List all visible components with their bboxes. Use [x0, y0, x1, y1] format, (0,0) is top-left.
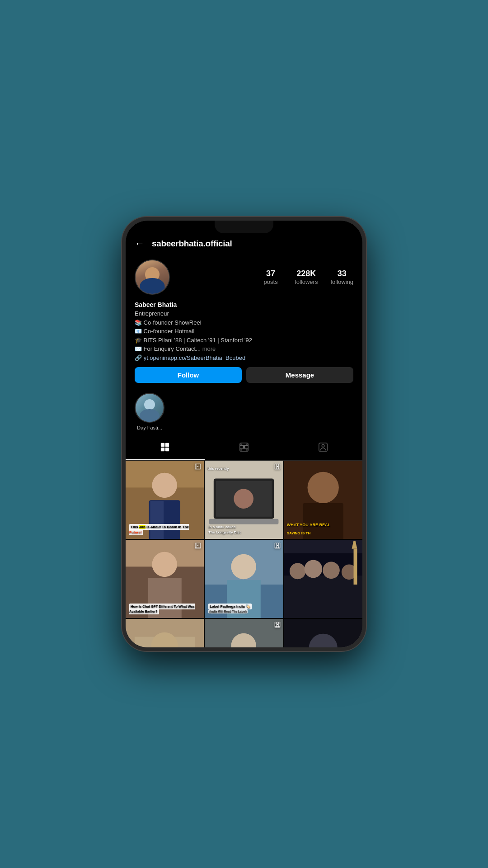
grid-item-3[interactable]: How Is Chat GPT Different To What Was Av…: [126, 540, 204, 618]
bio-link[interactable]: 🔗 yt.openinapp.co/SabeerBhatia_Bcubed: [135, 354, 353, 362]
svg-rect-3: [165, 447, 169, 451]
bio-line-3: 📧 Co-founder Hotmail: [135, 327, 353, 336]
grid-item-5[interactable]: [284, 540, 362, 618]
highlight-label-0: Day Fasti...: [137, 425, 162, 430]
following-count: 33: [330, 269, 353, 278]
grid-bg-5: [284, 540, 362, 618]
grid-item-7[interactable]: [205, 619, 283, 647]
grid-item-8[interactable]: [284, 619, 362, 647]
svg-point-6: [240, 443, 242, 445]
tagged-icon: [318, 442, 328, 455]
profile-section: 37 posts 228K followers 33 following Sab…: [126, 255, 362, 383]
grid-caption-1: in a book calledThe Longevity Diet: [208, 524, 279, 535]
posts-label: posts: [259, 278, 282, 285]
bio-link-url[interactable]: yt.openinapp.co/SabeerBhatia_Bcubed: [144, 354, 246, 361]
reel-icon-4: [274, 542, 281, 550]
grid-caption-4: Label Padhega India 🏷️ (India Will Read …: [208, 604, 279, 614]
highlight-item-0[interactable]: Day Fasti...: [135, 393, 164, 430]
bio-line-1: Entrepreneur: [135, 309, 353, 318]
stats-row: 37 posts 228K followers 33 following: [181, 269, 353, 285]
reel-icon-3: [195, 542, 201, 550]
bio-more[interactable]: more: [202, 345, 216, 352]
grid-bg-7: [205, 619, 283, 647]
tabs-section: [126, 437, 362, 461]
svg-rect-0: [161, 443, 164, 446]
followers-count: 228K: [295, 269, 318, 278]
bio-line-4: 🎓 BITS Pilani '88 | Caltech '91 | Stanfo…: [135, 336, 353, 345]
profile-info-row: 37 posts 228K followers 33 following: [135, 259, 353, 295]
svg-point-42: [304, 560, 322, 578]
action-buttons: Follow Message: [135, 367, 353, 383]
grid-item-0[interactable]: This Job Is About To Boom In The Future!: [126, 461, 204, 539]
highlight-circle-0: [135, 393, 164, 423]
phone-frame: ← sabeerbhatia.official 37 posts: [122, 217, 366, 651]
svg-point-33: [197, 545, 198, 546]
reels-icon: [239, 442, 249, 455]
grid-item-2[interactable]: WHAT YOU ARE REAL SAYING IS TH: [284, 461, 362, 539]
grid-item-4[interactable]: Label Padhega India 🏷️ (India Will Read …: [205, 540, 283, 618]
profile-name: Sabeer Bhatia: [135, 301, 353, 308]
svg-rect-46: [353, 549, 357, 585]
grid-caption-0: This Job Is About To Boom In The Future!: [129, 524, 200, 535]
header: ← sabeerbhatia.official: [126, 221, 362, 255]
svg-point-7: [246, 443, 248, 445]
svg-point-31: [152, 552, 177, 577]
header-username: sabeerbhatia.official: [152, 239, 232, 249]
grid-caption-2: WHAT YOU ARE REAL SAYING IS TH: [284, 517, 362, 539]
stat-following[interactable]: 33 following: [330, 269, 353, 285]
svg-point-8: [240, 449, 242, 451]
svg-rect-24: [209, 519, 279, 524]
grid-item-6[interactable]: [126, 619, 204, 647]
svg-point-9: [246, 449, 248, 451]
grid-section: This Job Is About To Boom In The Future!: [126, 461, 362, 648]
svg-point-23: [234, 489, 254, 509]
svg-point-27: [307, 472, 338, 503]
screen: ← sabeerbhatia.official 37 posts: [126, 221, 362, 647]
followers-label: followers: [295, 278, 318, 285]
message-button[interactable]: Message: [246, 367, 353, 383]
svg-point-5: [243, 446, 245, 448]
svg-rect-1: [165, 443, 169, 446]
svg-rect-45: [284, 540, 362, 553]
avatar-container[interactable]: [135, 259, 170, 295]
reel-icon-7: [274, 622, 281, 629]
avatar-image: [136, 260, 169, 294]
svg-point-19: [197, 466, 198, 467]
grid-icon: [160, 442, 170, 455]
svg-rect-40: [284, 576, 362, 618]
tab-grid[interactable]: [126, 437, 205, 460]
tab-tagged[interactable]: [283, 437, 362, 460]
grid-bg-6: [126, 619, 204, 647]
grid-caption-3: How Is Chat GPT Different To What Was Av…: [129, 604, 200, 614]
svg-point-57: [277, 624, 277, 625]
grid-top-text-1: this recently: [207, 463, 280, 472]
back-button[interactable]: ←: [135, 238, 145, 250]
bio-section: Sabeer Bhatia Entrepreneur 📚 Co-founder …: [135, 301, 353, 362]
svg-rect-2: [161, 447, 164, 451]
stat-followers[interactable]: 228K followers: [295, 269, 318, 285]
grid-item-1[interactable]: this recently in a book calledThe Longev…: [205, 461, 283, 539]
reel-icon-0: [195, 463, 201, 471]
bio-line-2: 📚 Co-founder ShowReel: [135, 318, 353, 327]
bio-line-5: ✉️ For Enquiry Contact... more: [135, 344, 353, 354]
svg-point-13: [322, 444, 324, 447]
follow-button[interactable]: Follow: [135, 367, 242, 383]
svg-point-41: [290, 563, 306, 579]
svg-point-36: [231, 554, 256, 579]
posts-count: 37: [259, 269, 282, 278]
highlights-section: Day Fasti...: [126, 390, 362, 437]
tab-reels[interactable]: [205, 437, 284, 460]
svg-point-43: [323, 561, 340, 579]
avatar: [135, 259, 170, 295]
svg-point-38: [277, 545, 277, 546]
following-label: following: [330, 278, 353, 285]
highlight-avatar-0: [136, 394, 164, 422]
stat-posts: 37 posts: [259, 269, 282, 285]
grid-bg-8: [284, 619, 362, 647]
svg-point-16: [152, 472, 177, 497]
